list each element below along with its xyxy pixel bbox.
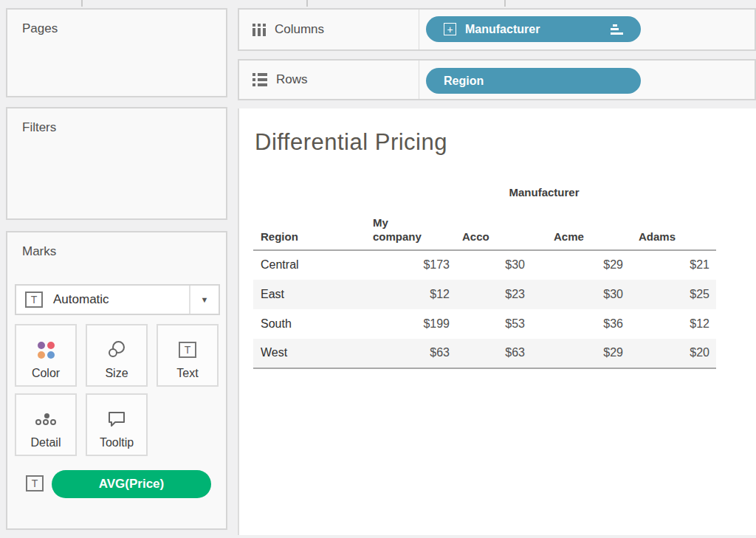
columns-pill-manufacturer[interactable]: + Manufacturer (426, 16, 641, 42)
rows-shelf-icon (252, 73, 267, 86)
column-header[interactable]: Acco (456, 216, 532, 250)
detail-dots-icon (35, 408, 56, 430)
expand-plus-icon[interactable]: + (444, 23, 456, 35)
circles-icon (107, 339, 126, 361)
row-header[interactable]: Central (253, 250, 368, 280)
text-box-icon: T (179, 339, 196, 361)
avg-price-pill[interactable]: AVG(Price) (52, 470, 211, 498)
value-cell[interactable]: $29 (532, 250, 630, 280)
size-button-label: Size (105, 367, 128, 380)
shelf-divider (419, 61, 419, 99)
worksheet-view: Differential Pricing Manufacturer Region… (238, 108, 756, 535)
chevron-down-icon: ▼ (201, 295, 209, 304)
mark-type-dropdown[interactable]: T Automatic ▼ (15, 284, 220, 315)
value-cell[interactable]: $12 (368, 280, 456, 309)
sort-icon[interactable] (611, 24, 623, 35)
value-cell[interactable]: $63 (368, 339, 456, 368)
rows-pill-region[interactable]: Region (426, 68, 641, 94)
avg-price-pill-label: AVG(Price) (99, 477, 165, 492)
color-button[interactable]: Color (15, 324, 77, 387)
pricing-table: RegionMy companyAccoAcmeAdamsCentral$173… (253, 216, 716, 369)
marks-card: Marks T Automatic ▼ Color Size T Text De… (6, 231, 227, 530)
value-cell[interactable]: $63 (456, 339, 532, 368)
column-header[interactable]: Acme (532, 216, 630, 250)
text-button[interactable]: T Text (157, 324, 219, 387)
rows-shelf-label: Rows (276, 72, 308, 87)
text-mark-icon: T (25, 292, 43, 308)
row-field-header[interactable]: Region (253, 216, 368, 250)
value-cell[interactable]: $25 (630, 280, 716, 309)
color-button-label: Color (32, 367, 60, 380)
value-cell[interactable]: $12 (630, 309, 716, 339)
value-cell[interactable]: $29 (532, 339, 630, 368)
columns-shelf-icon (252, 24, 266, 36)
value-cell[interactable]: $30 (456, 250, 532, 280)
speech-bubble-icon (107, 408, 126, 430)
marks-card-title: Marks (22, 244, 56, 259)
top-edge-divider (306, 0, 308, 7)
columns-pill-label: Manufacturer (465, 23, 540, 36)
filters-shelf[interactable]: Filters (6, 107, 227, 220)
columns-shelf-label: Columns (275, 22, 324, 37)
value-cell[interactable]: $23 (456, 280, 532, 309)
top-edge-divider (81, 0, 83, 7)
value-cell[interactable]: $199 (368, 309, 456, 339)
text-encoding-icon: T (26, 475, 44, 492)
tooltip-button-label: Tooltip (100, 436, 134, 449)
row-header[interactable]: East (253, 280, 368, 309)
rows-shelf[interactable]: Rows Region (238, 59, 756, 100)
row-header[interactable]: West (253, 339, 368, 368)
detail-button-label: Detail (31, 436, 61, 449)
table-row: Central$173$30$29$21 (253, 250, 716, 280)
size-button[interactable]: Size (86, 324, 148, 387)
top-edge-divider (504, 0, 506, 7)
sheet-title[interactable]: Differential Pricing (255, 129, 447, 156)
value-cell[interactable]: $21 (630, 250, 716, 280)
pages-shelf[interactable]: Pages (6, 8, 227, 97)
shelf-divider (419, 10, 419, 49)
color-dots-icon (38, 339, 55, 361)
column-header[interactable]: Adams (630, 216, 716, 250)
value-cell[interactable]: $173 (368, 250, 456, 280)
value-cell[interactable]: $30 (532, 280, 630, 309)
text-button-label: Text (176, 367, 198, 380)
table-row: West$63$63$29$20 (253, 339, 716, 368)
value-cell[interactable]: $36 (532, 309, 630, 339)
column-field-label[interactable]: Manufacturer (371, 186, 718, 199)
rows-pill-label: Region (444, 75, 484, 88)
pages-shelf-title: Pages (22, 21, 58, 36)
value-cell[interactable]: $53 (456, 309, 532, 339)
dropdown-caret-button[interactable]: ▼ (189, 286, 219, 314)
value-cell[interactable]: $20 (630, 339, 716, 368)
row-header[interactable]: South (253, 309, 368, 339)
table-row: East$12$23$30$25 (253, 280, 716, 309)
tooltip-button[interactable]: Tooltip (86, 393, 148, 456)
column-header[interactable]: My company (368, 216, 456, 250)
table-row: South$199$53$36$12 (253, 309, 716, 339)
detail-button[interactable]: Detail (15, 393, 77, 456)
mark-type-value: Automatic (53, 292, 109, 307)
columns-shelf[interactable]: Columns + Manufacturer (238, 8, 756, 51)
filters-shelf-title: Filters (22, 120, 56, 135)
